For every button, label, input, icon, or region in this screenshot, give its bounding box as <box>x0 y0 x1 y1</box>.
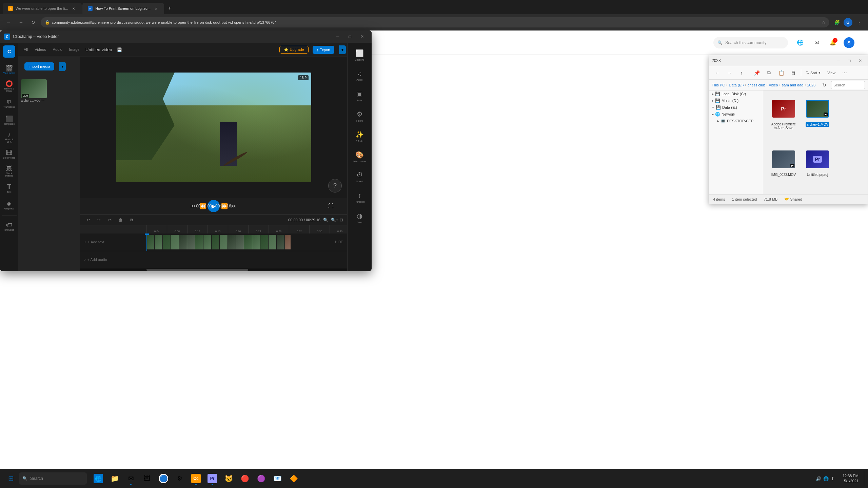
breadcrumb-video[interactable]: video <box>769 83 778 87</box>
sidebar-item-stock-images[interactable]: 🖼 Stock images <box>1 163 17 179</box>
messages-icon[interactable]: ✉ <box>811 37 822 48</box>
profile-icon[interactable]: G <box>844 18 852 27</box>
volume-icon[interactable]: 🔊 <box>816 476 821 481</box>
video-clip[interactable] <box>146 235 293 249</box>
taskbar-app-app7[interactable]: 🔶 <box>286 471 301 486</box>
refresh-button[interactable]: ↻ <box>28 18 38 27</box>
notifications-icon[interactable]: 🔔 1 <box>827 37 838 48</box>
effects-panel-item[interactable]: ✨ Effects <box>350 127 370 146</box>
extensions-icon[interactable]: 🧩 <box>832 18 842 27</box>
tree-local-disk-c[interactable]: ▶ 💾 Local Disk (C:) <box>709 90 763 97</box>
tree-data-e[interactable]: ▼ 💾 Data (E:) <box>709 104 763 111</box>
speed-panel-item[interactable]: ⏱ Speed <box>350 167 370 186</box>
exp-pin-button[interactable]: 📌 <box>751 68 762 78</box>
timeline-scrollbar-thumb[interactable] <box>146 269 248 271</box>
browser-tab-2[interactable]: H How To Print Screen on Logitec... ✕ <box>82 3 164 14</box>
zoom-in-icon[interactable]: 🔍+ <box>331 218 338 222</box>
taskbar-app-settings[interactable]: ⚙ <box>172 471 187 486</box>
import-dropdown-button[interactable]: ▾ <box>59 62 66 71</box>
file-item-autosave[interactable]: Pr Adobe Premiere to Auto-Save <box>770 97 797 130</box>
sidebar-item-graphics[interactable]: ◈ Graphics <box>1 197 17 213</box>
show-desktop-button[interactable] <box>864 471 865 486</box>
filters-panel-item[interactable]: ⚙ Filters <box>350 106 370 125</box>
add-audio-button[interactable]: ♪ + Add audio <box>84 258 107 262</box>
tab-audio[interactable]: Audio <box>50 46 65 53</box>
new-tab-button[interactable]: + <box>165 3 174 13</box>
audio-panel-item[interactable]: ♫ Audio <box>350 66 370 85</box>
file-item-archery[interactable]: Pr archery1.MOV <box>804 97 831 127</box>
sidebar-item-record[interactable]: ⭕ Record & create <box>1 79 17 94</box>
taskbar-app-app6[interactable]: 📧 <box>270 471 285 486</box>
maximize-button[interactable]: □ <box>344 33 355 41</box>
tab-videos[interactable]: Videos <box>32 46 48 53</box>
explorer-maximize[interactable]: □ <box>845 57 854 65</box>
exp-delete-button[interactable]: 🗑 <box>788 68 799 78</box>
transition-panel-item[interactable]: ↕ Transition <box>350 188 370 207</box>
color-panel-item[interactable]: ◑ Color <box>350 208 370 227</box>
tab-images[interactable]: Images <box>66 46 80 53</box>
add-text-button[interactable]: + + Add text <box>84 240 104 244</box>
breadcrumb-refresh[interactable]: ↻ <box>819 80 830 90</box>
exp-sort-button[interactable]: ⇅ Sort ▾ <box>803 69 823 76</box>
sidebar-item-brand-kit[interactable]: 🏷 Brand kit <box>1 219 17 234</box>
sidebar-item-media[interactable]: 🎬 Your media <box>1 62 17 77</box>
fullscreen-button[interactable]: ⛶ <box>328 203 334 209</box>
taskbar-time[interactable]: 12:38 PM 5/1/2021 <box>840 473 861 484</box>
close-button[interactable]: ✕ <box>357 33 368 41</box>
export-dropdown-button[interactable]: ▾ <box>339 45 346 54</box>
breadcrumb-data-e[interactable]: Data (E:) <box>729 83 744 87</box>
browser-tab-1[interactable]: ⚠ We were unable to open the fi... ✕ <box>3 3 82 14</box>
hide-track-button[interactable]: HIDE <box>335 240 343 244</box>
exp-up-button[interactable]: ↑ <box>736 68 747 78</box>
breadcrumb-sam-dad[interactable]: sam and dad <box>782 83 804 87</box>
taskbar-app-mail[interactable]: ✉ <box>123 471 138 486</box>
taskbar-app-explorer[interactable]: 📁 <box>107 471 122 486</box>
taskbar-app-app5[interactable]: 🟣 <box>254 471 269 486</box>
breadcrumb-chess[interactable]: chess club <box>748 83 765 87</box>
user-avatar[interactable]: S <box>844 37 854 48</box>
start-button[interactable]: ⊞ <box>3 470 19 487</box>
taskbar-search[interactable]: 🔍 Search <box>19 472 87 485</box>
explorer-minimize[interactable]: ─ <box>834 57 843 65</box>
captions-panel-item[interactable]: ⬜ Captions <box>350 45 370 64</box>
tree-desktop-cfp[interactable]: ▶ 💻 DESKTOP-CFP <box>709 118 763 124</box>
tree-music-d[interactable]: ▶ 💾 Music (D:) <box>709 97 763 104</box>
taskbar-app-photos[interactable]: 🖼 <box>140 471 155 486</box>
export-button[interactable]: ↑ Export <box>313 46 334 54</box>
taskbar-app-chrome[interactable]: 🔵 <box>156 471 171 486</box>
minimize-button[interactable]: ─ <box>332 33 343 41</box>
explorer-search-input[interactable] <box>831 81 865 89</box>
adobe-search-bar[interactable]: 🔍 Search this community <box>713 37 788 48</box>
file-item-prproj[interactable]: Pr Untitled.prproj <box>804 148 831 177</box>
tab1-close[interactable]: ✕ <box>71 6 76 11</box>
forward-button[interactable]: → <box>16 18 26 27</box>
tab2-close[interactable]: ✕ <box>153 6 159 11</box>
redo-button[interactable]: ↪ <box>95 216 103 224</box>
tree-network[interactable]: ▶ 🌐 Network <box>709 111 763 118</box>
taskbar-app-app1[interactable]: Cc <box>189 471 203 486</box>
adjust-colors-panel-item[interactable]: 🎨 Adjust colors <box>350 147 370 166</box>
back-button[interactable]: ← <box>4 18 14 27</box>
tab-all[interactable]: All <box>21 46 31 53</box>
network-icon[interactable]: 🌐 <box>823 476 829 481</box>
taskbar-app-edge[interactable]: 🌐 <box>91 471 106 486</box>
settings-icon[interactable]: ⋮ <box>854 18 864 27</box>
explorer-close[interactable]: ✕ <box>855 57 865 65</box>
upgrade-button[interactable]: ⭐ Upgrade <box>279 46 308 54</box>
taskbar-app-app2[interactable]: Pr <box>205 471 220 486</box>
undo-button[interactable]: ↩ <box>84 216 92 224</box>
media-item[interactable]: 0:29 archery1.MOV ⋯ <box>21 79 77 102</box>
exp-copy-button[interactable]: ⧉ <box>764 68 774 78</box>
file-item-img0023[interactable]: Pr IMG_0023.MOV <box>770 148 797 177</box>
sidebar-item-stock-video[interactable]: 🎞 Stock video <box>1 146 17 162</box>
address-bar[interactable]: 🔒 community.adobe.com/t5/premiere-pro-di… <box>41 17 829 27</box>
exp-view-button[interactable]: View <box>825 69 838 76</box>
exp-more-button[interactable]: ⋯ <box>840 69 850 77</box>
fit-icon[interactable]: ⊡ <box>340 218 343 222</box>
timeline-scrollbar[interactable] <box>80 268 347 271</box>
sidebar-item-music[interactable]: ♪ Music & SFX <box>1 129 17 145</box>
playhead[interactable] <box>146 233 147 251</box>
zoom-out-icon[interactable]: 🔍- <box>323 218 330 222</box>
exp-forward-button[interactable]: → <box>724 68 735 78</box>
cut-button[interactable]: ✂ <box>106 216 114 224</box>
